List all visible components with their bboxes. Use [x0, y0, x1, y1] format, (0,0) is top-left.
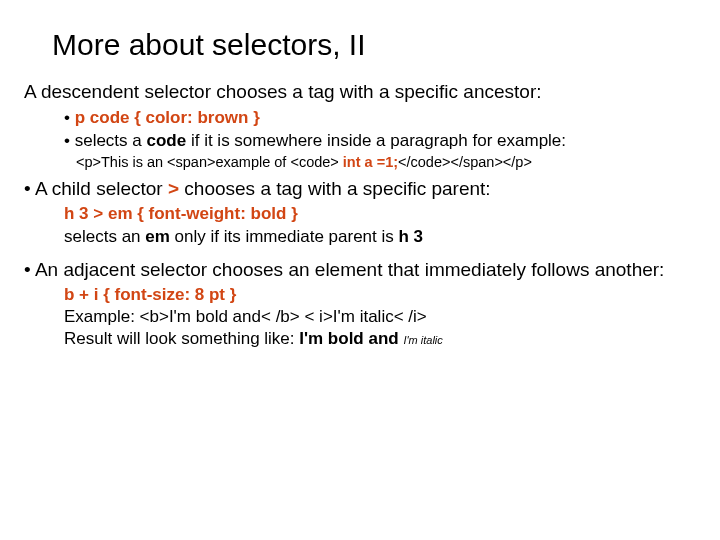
- result-italic: I'm italic: [403, 334, 442, 346]
- text: A: [24, 81, 41, 102]
- css-rule: p code { color: brown }: [75, 108, 260, 127]
- text: Example: <b>I'm bold and< /b> < i>I'm it…: [64, 307, 427, 326]
- child-intro: A child selector > chooses a tag with a …: [24, 177, 696, 202]
- slide-title: More about selectors, II: [52, 28, 696, 62]
- text: selector: [96, 178, 168, 199]
- adjacent-example: Example: <b>I'm bold and< /b> < i>I'm it…: [64, 306, 696, 328]
- text: selector chooses an element that immedia…: [141, 259, 665, 280]
- text: selects a: [75, 131, 147, 150]
- text: child: [52, 178, 96, 199]
- descendent-explain: selects a code if it is somewhere inside…: [64, 130, 696, 152]
- adjacent-result: Result will look something like: I'm bol…: [64, 328, 696, 350]
- text: only if its immediate parent is: [175, 227, 399, 246]
- text: descendent: [41, 81, 145, 102]
- descendent-rule: p code { color: brown }: [64, 107, 696, 129]
- text: chooses a tag with a specific parent:: [184, 178, 490, 199]
- css-rule: h 3 > em { font-weight: bold }: [64, 204, 298, 223]
- descendent-intro: A descendent selector chooses a tag with…: [24, 80, 696, 105]
- text: if it is somewhere inside a paragraph fo…: [191, 131, 566, 150]
- em-keyword: em: [145, 227, 174, 246]
- text: <p>This is an <span>example of <code>: [76, 154, 343, 170]
- css-rule: b + i { font-size: 8 pt }: [64, 285, 236, 304]
- text: Result will look something like:: [64, 329, 299, 348]
- result-bold: I'm bold and: [299, 329, 403, 348]
- text: selector chooses a tag with a specific a…: [144, 81, 541, 102]
- text: </code></span></p>: [398, 154, 532, 170]
- child-explain: selects an em only if its immediate pare…: [64, 226, 696, 248]
- text: A: [35, 178, 52, 199]
- text: adjacent: [63, 259, 140, 280]
- text: An: [35, 259, 64, 280]
- h3-keyword: h 3: [398, 227, 423, 246]
- descendent-example: <p>This is an <span>example of <code> in…: [76, 153, 696, 172]
- gt-symbol: >: [168, 178, 184, 199]
- adjacent-intro: An adjacent selector chooses an element …: [24, 258, 696, 283]
- text: selects an: [64, 227, 145, 246]
- child-rule: h 3 > em { font-weight: bold }: [64, 203, 696, 225]
- highlighted-code: int a =1;: [343, 154, 398, 170]
- code-keyword: code: [147, 131, 191, 150]
- adjacent-rule: b + i { font-size: 8 pt }: [64, 284, 696, 306]
